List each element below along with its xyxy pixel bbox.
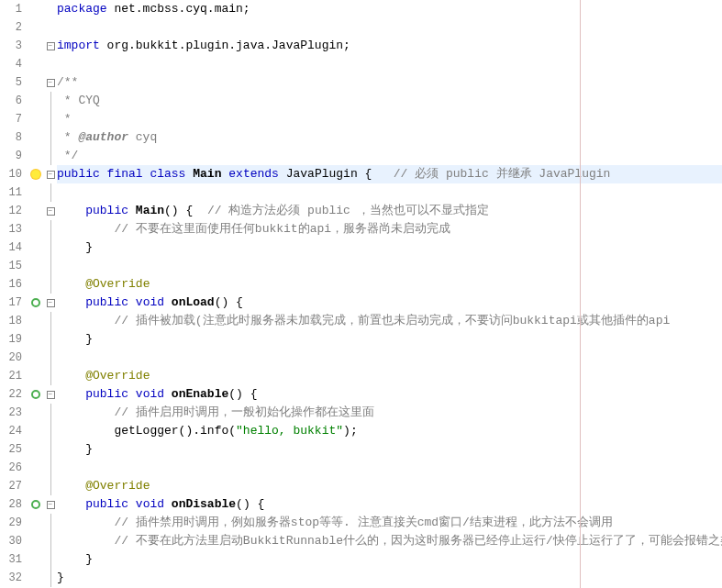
fold-guide-line [44, 422, 57, 440]
code-line[interactable]: public void onLoad() { [57, 294, 722, 312]
fold-toggle-icon[interactable]: − [44, 165, 57, 183]
line-number: 17 [0, 294, 22, 312]
marker-empty [28, 550, 44, 569]
code-line[interactable]: * CYQ [57, 92, 722, 110]
fold-empty [44, 18, 57, 37]
line-number: 4 [0, 55, 22, 73]
line-number: 32 [0, 569, 22, 587]
line-number: 23 [0, 404, 22, 422]
marker-empty [28, 183, 44, 202]
line-number: 9 [0, 147, 22, 165]
code-line[interactable]: public void onDisable() { [57, 495, 722, 514]
marker-empty [28, 202, 44, 220]
marker-empty [28, 18, 44, 37]
fold-guide-line [44, 330, 57, 349]
code-line[interactable]: /** [57, 73, 722, 92]
code-line[interactable] [57, 459, 722, 477]
code-line[interactable]: @Override [57, 367, 722, 385]
code-line[interactable]: // 插件被加载(注意此时服务器未加载完成，前置也未启动完成，不要访问bukki… [57, 312, 722, 330]
fold-guide-line [44, 257, 57, 275]
override-gutter-icon[interactable] [28, 495, 44, 514]
fold-toggle-icon[interactable]: − [44, 385, 57, 404]
fold-guide-line [44, 220, 57, 239]
override-gutter-icon[interactable] [28, 294, 44, 312]
code-line[interactable]: // 不要在这里面使用任何bukkit的api，服务器尚未启动完成 [57, 220, 722, 239]
fold-guide-line [44, 92, 57, 110]
line-number-gutter: 1234567891011121314151617181920212223242… [0, 0, 28, 588]
fold-guide-line [44, 128, 57, 147]
marker-empty [28, 440, 44, 459]
code-line[interactable]: public void onEnable() { [57, 385, 722, 404]
code-line[interactable]: } [57, 239, 722, 257]
fold-guide-line [44, 183, 57, 202]
fold-toggle-icon[interactable]: − [44, 202, 57, 220]
fold-guide-line [44, 532, 57, 550]
fold-toggle-icon[interactable]: − [44, 495, 57, 514]
marker-empty [28, 349, 44, 367]
fold-column: −−−−−−− [44, 0, 57, 588]
code-line[interactable]: } [57, 330, 722, 349]
lightbulb-icon[interactable] [28, 165, 44, 183]
code-line[interactable] [57, 18, 722, 37]
line-number: 10 [0, 165, 22, 183]
fold-guide-line [44, 147, 57, 165]
marker-empty [28, 220, 44, 239]
code-line[interactable]: getLogger().info("hello, bukkit"); [57, 422, 722, 440]
code-line[interactable]: public final class Main extends JavaPlug… [57, 165, 722, 183]
line-number: 1 [0, 0, 22, 18]
marker-empty [28, 330, 44, 349]
line-number: 14 [0, 239, 22, 257]
code-line[interactable]: package net.mcbss.cyq.main; [57, 0, 722, 18]
code-line[interactable]: } [57, 569, 722, 587]
marker-empty [28, 147, 44, 165]
code-line[interactable] [57, 257, 722, 275]
marker-empty [28, 110, 44, 128]
fold-toggle-icon[interactable]: − [44, 37, 57, 55]
fold-empty [44, 55, 57, 73]
fold-toggle-icon[interactable]: − [44, 73, 57, 92]
line-number: 11 [0, 183, 22, 202]
code-line[interactable]: } [57, 550, 722, 569]
fold-guide-line [44, 367, 57, 385]
marker-empty [28, 422, 44, 440]
fold-guide-line [44, 477, 57, 495]
code-line[interactable]: @Override [57, 275, 722, 294]
line-number: 2 [0, 18, 22, 37]
fold-guide-line [44, 349, 57, 367]
code-line[interactable]: * [57, 110, 722, 128]
override-gutter-icon[interactable] [28, 385, 44, 404]
marker-empty [28, 55, 44, 73]
line-number: 8 [0, 128, 22, 147]
line-number: 16 [0, 275, 22, 294]
code-line[interactable]: // 不要在此方法里启动BukkitRunnable什么的，因为这时服务器已经停… [57, 532, 722, 550]
code-line[interactable] [57, 183, 722, 202]
marker-empty [28, 367, 44, 385]
marker-empty [28, 459, 44, 477]
fold-guide-line [44, 550, 57, 569]
fold-guide-line [44, 569, 57, 587]
marker-empty [28, 128, 44, 147]
line-number: 3 [0, 37, 22, 55]
fold-guide-line [44, 239, 57, 257]
fold-toggle-icon[interactable]: − [44, 294, 57, 312]
marker-empty [28, 477, 44, 495]
code-line[interactable] [57, 55, 722, 73]
fold-guide-line [44, 459, 57, 477]
code-line[interactable]: // 插件禁用时调用，例如服务器stop等等. 注意直接关cmd窗口/结束进程，… [57, 514, 722, 532]
code-line[interactable]: * @author cyq [57, 128, 722, 147]
code-line[interactable]: import org.bukkit.plugin.java.JavaPlugin… [57, 37, 722, 55]
fold-empty [44, 0, 57, 18]
line-number: 29 [0, 514, 22, 532]
code-line[interactable]: */ [57, 147, 722, 165]
code-line[interactable]: // 插件启用时调用，一般初始化操作都在这里面 [57, 404, 722, 422]
line-number: 6 [0, 92, 22, 110]
code-line[interactable]: } [57, 440, 722, 459]
code-line[interactable]: @Override [57, 477, 722, 495]
line-number: 28 [0, 495, 22, 514]
code-editor: 1234567891011121314151617181920212223242… [0, 0, 722, 588]
code-area[interactable]: package net.mcbss.cyq.main;import org.bu… [57, 0, 722, 588]
fold-guide-line [44, 404, 57, 422]
code-line[interactable]: public Main() { // 构造方法必须 public ，当然也可以不… [57, 202, 722, 220]
marker-empty [28, 275, 44, 294]
code-line[interactable] [57, 349, 722, 367]
